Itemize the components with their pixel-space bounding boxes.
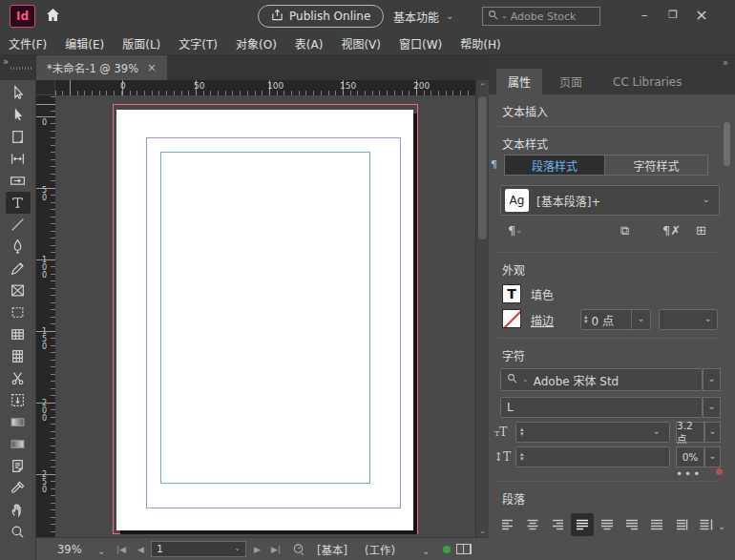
justify-last-center-button[interactable] [596,513,619,536]
minimize-button[interactable]: – [632,4,657,25]
line-tool[interactable] [6,214,31,236]
dock-expand-icon[interactable]: » [3,56,9,67]
pencil-tool[interactable] [6,258,31,280]
first-page-button[interactable] [116,545,126,554]
menu-object[interactable]: 对象(O) [236,35,277,52]
stroke-weight-field[interactable]: ▴▾ 0 点 [580,309,632,330]
eyedropper-tool[interactable] [6,477,31,499]
page-number-field[interactable]: 1 [151,541,246,557]
font-family-dropdown[interactable]: Adobe 宋体 Std [500,368,703,391]
panel-collapse-icon[interactable]: » [723,57,728,68]
font-style-chevron[interactable] [703,397,721,418]
menu-layout[interactable]: 版面(L) [122,35,160,52]
horizontal-grid-tool[interactable] [6,323,31,345]
document-tab[interactable]: *未命名-1 @ 39% × [36,55,167,80]
tab-close-icon[interactable]: × [147,61,157,74]
vertical-scrollbar[interactable]: ⌃ ⌄ [475,80,489,537]
panel-scrollbar-thumb[interactable] [724,122,730,166]
stepper-arrows-icon[interactable]: ▴▾ [520,427,524,437]
leading-value[interactable]: 0% [676,446,704,467]
preflight-chevron-icon[interactable] [422,546,430,559]
paragraph-style-dropdown[interactable]: Ag [基本段落]+ [500,185,720,216]
menu-view[interactable]: 视图(V) [341,35,381,52]
panel-scroll-chevron-icon[interactable] [718,521,725,534]
last-page-button[interactable] [271,545,281,554]
menu-window[interactable]: 窗口(W) [399,35,442,52]
menu-edit[interactable]: 编辑(E) [65,35,104,52]
gap-tool[interactable] [6,148,31,170]
horizontal-ruler[interactable]: 0 50 100 150 200 [55,80,475,95]
menu-help[interactable]: 帮助(H) [460,35,500,52]
stepper-arrows-icon[interactable]: ▴▾ [520,452,524,462]
show-hidden-characters-icon[interactable]: ¶ [508,223,515,238]
indesign-app-icon[interactable]: Id [10,5,35,28]
scroll-down-icon[interactable]: ⌄ [476,526,489,535]
page-tool[interactable] [6,126,31,148]
selection-tool[interactable] [6,82,31,104]
free-transform-tool[interactable] [6,389,31,411]
vertical-ruler[interactable]: 0 50 100 150 200 250 [36,95,55,537]
tab-properties[interactable]: 属性 [496,69,542,94]
direct-selection-tool[interactable] [6,104,31,126]
previous-page-button[interactable] [137,545,144,554]
type-tool[interactable] [6,192,31,214]
vertical-grid-tool[interactable] [6,345,31,367]
redefine-style-icon[interactable]: ⧉ [620,223,629,239]
fill-swatch[interactable]: T [502,284,521,303]
next-page-button[interactable] [254,545,261,554]
font-family-chevron[interactable] [703,368,721,391]
justify-last-right-button[interactable] [620,513,643,536]
close-button[interactable]: × [689,4,714,25]
stroke-weight-dropdown[interactable] [632,309,651,330]
publish-online-button[interactable]: Publish Online [258,5,384,28]
content-collector-tool[interactable] [6,170,31,192]
align-away-from-spine-button[interactable] [695,513,718,536]
spread-view-icon[interactable] [456,544,472,554]
align-center-button[interactable] [521,513,544,536]
align-left-button[interactable] [496,513,519,536]
align-toward-spine-button[interactable] [670,513,693,536]
scroll-up-icon[interactable]: ⌃ [476,82,489,92]
menu-table[interactable]: 表(A) [295,35,324,52]
justify-last-left-button[interactable] [571,513,594,536]
rectangle-tool[interactable] [6,301,31,323]
note-tool[interactable] [6,455,31,477]
character-styles-tab[interactable]: 字符样式 [605,155,708,176]
gradient-feather-tool[interactable] [6,433,31,455]
pen-tool[interactable] [6,236,31,258]
tab-pages[interactable]: 页面 [548,69,594,94]
font-size-chevron[interactable] [704,422,721,443]
menu-type[interactable]: 文字(T) [178,35,218,52]
stroke-style-dropdown[interactable] [659,309,718,330]
adobe-stock-search[interactable]: Adobe Stock [482,7,600,26]
stroke-swatch-none[interactable] [502,309,521,328]
more-options-icon[interactable]: ••• [676,467,702,481]
leading-chevron[interactable] [704,446,721,467]
font-style-dropdown[interactable]: L [500,397,703,418]
preflight-icon[interactable] [292,543,304,558]
scrollbar-thumb[interactable] [478,96,487,239]
leading-field[interactable]: ▴▾ [515,446,670,467]
text-frame[interactable] [160,152,370,484]
stroke-link[interactable]: 描边 [531,312,554,328]
tab-cc-libraries[interactable]: CC Libraries [601,69,693,94]
font-size-field[interactable]: ▴▾ [515,422,670,443]
zoom-tool[interactable] [6,521,31,543]
zoom-level[interactable]: 39% [57,543,82,556]
workspace-switcher[interactable]: 基本功能 [393,9,453,25]
document-canvas[interactable]: 0 50 100 150 200 0 50 100 150 200 250 ⌃ … [36,80,489,537]
create-style-icon[interactable]: ⊞ [696,223,706,238]
rectangle-frame-tool[interactable] [6,280,31,301]
menu-file[interactable]: 文件(F) [9,35,47,52]
zoom-chevron-icon[interactable] [97,546,105,559]
paragraph-styles-tab[interactable]: 段落样式 [504,155,605,176]
preflight-profile[interactable]: [基本] [317,542,347,557]
home-icon[interactable] [45,8,61,26]
ruler-origin-box[interactable] [36,80,55,95]
justify-all-button[interactable] [645,513,668,536]
gradient-swatch-tool[interactable] [6,411,31,433]
font-size-value[interactable]: 3.2 点 [676,422,704,443]
maximize-button[interactable]: ❐ [661,4,685,25]
hand-tool[interactable] [6,499,31,521]
toolbar-grip[interactable] [10,67,32,70]
